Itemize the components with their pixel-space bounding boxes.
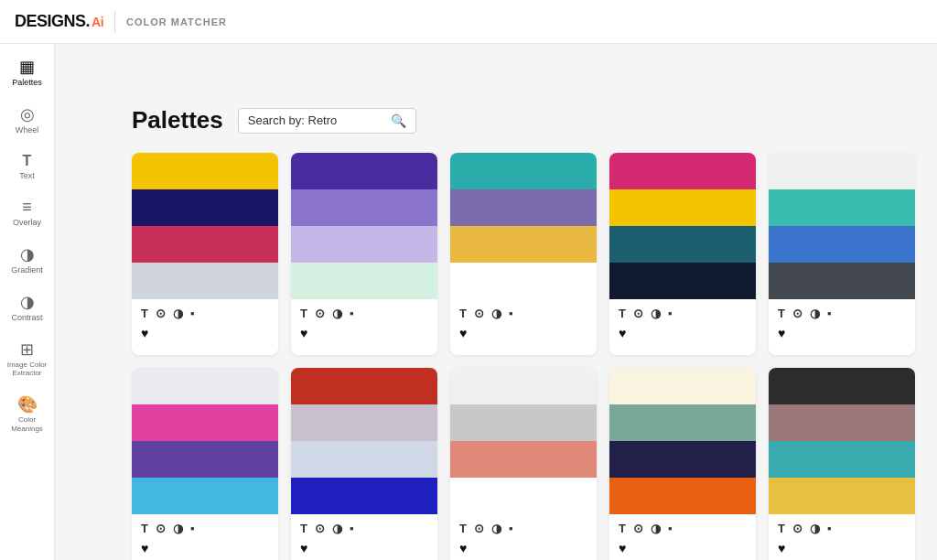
text-action-7[interactable]: T xyxy=(300,522,307,535)
circle-action-3[interactable]: ⊙ xyxy=(474,307,484,320)
favorite-btn-7[interactable]: ♥ xyxy=(291,537,437,559)
swatch-4-0 xyxy=(609,153,756,189)
palette-card-5: T⊙◑▪♥ xyxy=(769,153,915,355)
square-action-6[interactable]: ▪ xyxy=(190,522,195,535)
square-action-5[interactable]: ▪ xyxy=(827,307,832,320)
circle-action-6[interactable]: ⊙ xyxy=(156,522,166,535)
contrast-action-10[interactable]: ◑ xyxy=(810,522,820,535)
palette-card-9: T⊙◑▪♥ xyxy=(609,368,756,560)
sidebar-label-contrast: Contrast xyxy=(11,313,42,323)
favorite-btn-2[interactable]: ♥ xyxy=(291,322,437,344)
text-action-2[interactable]: T xyxy=(300,307,307,320)
circle-action-2[interactable]: ⊙ xyxy=(315,307,325,320)
swatch-10-3 xyxy=(769,478,915,514)
favorite-btn-3[interactable]: ♥ xyxy=(450,322,597,344)
square-action-3[interactable]: ▪ xyxy=(509,307,513,320)
logo: DESIGNS.Ai xyxy=(15,12,103,31)
sidebar-item-contrast[interactable]: ◑ Contrast xyxy=(0,286,54,330)
swatch-2-3 xyxy=(291,263,437,299)
swatch-1-2 xyxy=(132,226,278,263)
circle-action-9[interactable]: ⊙ xyxy=(633,522,643,535)
swatch-9-3 xyxy=(609,478,756,514)
sidebar-item-overlay[interactable]: ≡ Overlay xyxy=(0,191,54,235)
contrast-action-3[interactable]: ◑ xyxy=(491,307,501,320)
text-action-4[interactable]: T xyxy=(619,307,626,320)
swatch-3-2 xyxy=(450,226,597,263)
overlay-icon: ≡ xyxy=(22,199,32,215)
sidebar-item-image-color[interactable]: ⊞ Image Color Extractor xyxy=(0,334,54,385)
palette-card-4: T⊙◑▪♥ xyxy=(609,153,756,355)
swatch-6-3 xyxy=(132,478,278,514)
search-box[interactable]: 🔍 xyxy=(238,108,416,134)
circle-action-8[interactable]: ⊙ xyxy=(474,522,484,535)
contrast-action-4[interactable]: ◑ xyxy=(651,307,661,320)
square-action-10[interactable]: ▪ xyxy=(827,522,832,535)
text-action-6[interactable]: T xyxy=(141,522,148,535)
contrast-action-1[interactable]: ◑ xyxy=(173,307,183,320)
sidebar-item-color-meanings[interactable]: 🎨 Color Meanings xyxy=(0,389,54,440)
contrast-action-5[interactable]: ◑ xyxy=(810,307,820,320)
contrast-action-8[interactable]: ◑ xyxy=(491,522,501,535)
sidebar-label-palettes: Palettes xyxy=(12,78,42,88)
search-icon[interactable]: 🔍 xyxy=(391,113,406,128)
square-action-1[interactable]: ▪ xyxy=(190,307,195,320)
palette-card-7: T⊙◑▪♥ xyxy=(291,368,437,560)
palette-swatches-5 xyxy=(769,153,915,299)
swatch-5-1 xyxy=(769,189,915,226)
palette-actions-6: T⊙◑▪ xyxy=(132,514,278,537)
sidebar-label-wheel: Wheel xyxy=(16,125,39,135)
swatch-4-2 xyxy=(609,226,756,263)
palette-swatches-4 xyxy=(609,153,756,299)
palette-swatches-10 xyxy=(769,368,915,514)
swatch-8-1 xyxy=(450,404,597,441)
sidebar-item-text[interactable]: T Text xyxy=(0,146,54,188)
swatch-5-2 xyxy=(769,226,915,263)
square-action-2[interactable]: ▪ xyxy=(350,307,354,320)
favorite-btn-6[interactable]: ♥ xyxy=(132,537,278,559)
favorite-btn-9[interactable]: ♥ xyxy=(609,537,756,559)
contrast-action-2[interactable]: ◑ xyxy=(332,307,342,320)
search-input[interactable] xyxy=(248,113,385,127)
swatch-7-2 xyxy=(291,441,437,478)
circle-action-10[interactable]: ⊙ xyxy=(792,522,802,535)
contrast-action-9[interactable]: ◑ xyxy=(651,522,661,535)
text-action-10[interactable]: T xyxy=(778,522,785,535)
square-action-8[interactable]: ▪ xyxy=(509,522,513,535)
palette-card-3: T⊙◑▪♥ xyxy=(450,153,597,355)
palette-swatches-1 xyxy=(132,153,278,299)
palette-actions-4: T⊙◑▪ xyxy=(609,299,756,322)
text-action-8[interactable]: T xyxy=(459,522,467,535)
square-action-7[interactable]: ▪ xyxy=(350,522,354,535)
circle-action-4[interactable]: ⊙ xyxy=(633,307,643,320)
text-action-5[interactable]: T xyxy=(778,307,785,320)
page-title: Palettes xyxy=(132,106,223,135)
main-content: Palettes 🔍 T⊙◑▪♥T⊙◑▪♥T⊙◑▪♥T⊙◑▪♥T⊙◑▪♥T⊙◑▪… xyxy=(110,88,937,560)
header-subtitle: COLOR MATCHER xyxy=(126,16,227,27)
text-action-1[interactable]: T xyxy=(141,307,148,320)
logo-ai: Ai xyxy=(92,15,103,29)
palette-swatches-7 xyxy=(291,368,437,514)
text-action-9[interactable]: T xyxy=(619,522,626,535)
favorite-btn-10[interactable]: ♥ xyxy=(769,537,915,559)
sidebar-item-wheel[interactable]: ◎ Wheel xyxy=(0,99,54,143)
swatch-4-3 xyxy=(609,263,756,299)
sidebar-item-palettes[interactable]: ▦ Palettes xyxy=(0,51,54,95)
contrast-action-7[interactable]: ◑ xyxy=(332,522,342,535)
square-action-4[interactable]: ▪ xyxy=(668,307,673,320)
square-action-9[interactable]: ▪ xyxy=(668,522,673,535)
gradient-icon: ◑ xyxy=(20,246,35,263)
favorite-btn-5[interactable]: ♥ xyxy=(769,322,915,344)
text-action-3[interactable]: T xyxy=(459,307,467,320)
circle-action-7[interactable]: ⊙ xyxy=(315,522,325,535)
contrast-action-6[interactable]: ◑ xyxy=(173,522,183,535)
palette-actions-2: T⊙◑▪ xyxy=(291,299,437,322)
favorite-btn-4[interactable]: ♥ xyxy=(609,322,756,344)
circle-action-5[interactable]: ⊙ xyxy=(792,307,802,320)
sidebar-item-gradient[interactable]: ◑ Gradient xyxy=(0,239,54,283)
swatch-3-0 xyxy=(450,153,597,189)
swatch-6-0 xyxy=(132,368,278,404)
favorite-btn-1[interactable]: ♥ xyxy=(132,322,278,344)
favorite-btn-8[interactable]: ♥ xyxy=(450,537,597,559)
circle-action-1[interactable]: ⊙ xyxy=(156,307,166,320)
swatch-2-2 xyxy=(291,226,437,263)
